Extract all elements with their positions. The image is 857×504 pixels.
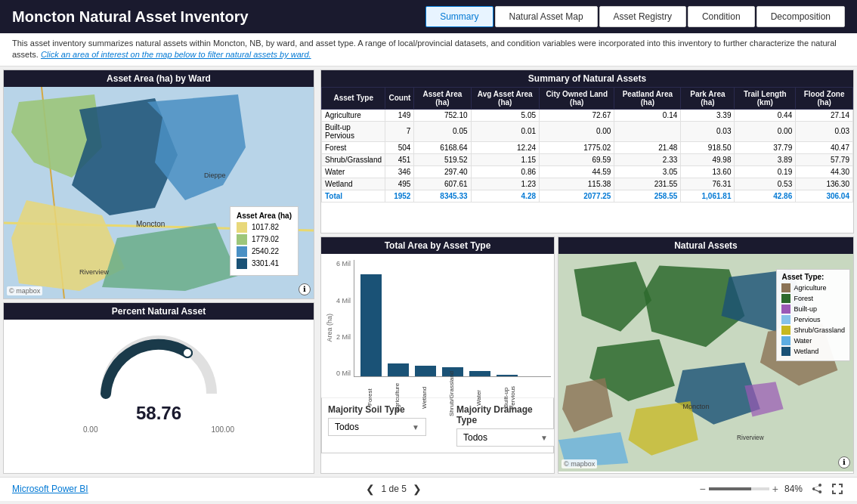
legend-item-4: 3301.41 (237, 258, 292, 269)
chart-title: Total Area by Asset Type (321, 237, 554, 254)
nav-tab-container: Summary Natural Asset Map Asset Registry… (425, 6, 845, 27)
table-row: Shrub/Grassland451519.521.1569.592.3349.… (322, 153, 853, 165)
share-icon[interactable] (809, 481, 824, 496)
zoom-plus-button[interactable]: + (772, 483, 778, 495)
map-info-button[interactable]: ℹ (299, 283, 311, 295)
footer: Microsoft Power BI ❮ 1 de 5 ❯ − + 84% (0, 477, 857, 501)
table-row: Built-up Pervious70.050.010.000.030.000.… (322, 121, 853, 141)
legend-builtup: Built-up (781, 305, 845, 314)
ward-map-container[interactable]: Moncton Dieppe Riverview Asset Area (ha)… (4, 87, 314, 298)
tab-condition[interactable]: Condition (688, 6, 755, 27)
natural-map-container[interactable]: Moncton Riverview Asset Type: Agricultur… (558, 254, 853, 471)
legend-item-3: 2540.22 (237, 246, 292, 257)
right-panel: Summary of Natural Assets Asset Type Cou… (317, 66, 857, 477)
table-row: Wetland495607.611.23115.38231.5576.310.5… (322, 178, 853, 190)
bar-builtup (497, 375, 518, 376)
tab-decomposition[interactable]: Decomposition (756, 6, 845, 27)
svg-text:Dieppe: Dieppe (204, 172, 226, 179)
next-page-button[interactable]: ❯ (413, 483, 422, 495)
description-bar: This asset inventory summarizes natural … (0, 33, 857, 66)
chart-container: Area (ha) 6 Mil 4 Mil 2 Mil 0 Mil (321, 254, 554, 397)
zoom-level: 84% (784, 484, 803, 494)
ward-map-title: Asset Area (ha) by Ward (4, 70, 314, 87)
app-title: Moncton Natural Asset Inventory (12, 8, 425, 26)
bar-forest (360, 274, 382, 376)
chart-section: Total Area by Asset Type Area (ha) 6 Mil… (320, 237, 555, 473)
legend-pervious: Pervious (781, 315, 845, 324)
col-avg-area: Avg Asset Area (ha) (471, 87, 540, 109)
powerbi-brand[interactable]: Microsoft Power BI (12, 484, 88, 494)
fullscreen-icon[interactable] (830, 481, 845, 496)
legend-item-2: 1779.02 (237, 234, 292, 245)
soil-type-select[interactable]: Todos ▼ (328, 418, 426, 436)
zoom-slider[interactable] (709, 487, 769, 490)
ward-map-legend: Asset Area (ha) 1017.82 1779.02 2540.22 (230, 206, 299, 276)
chart-bars-area (354, 260, 551, 377)
gauge-min: 0.00 (83, 425, 97, 434)
bar-agriculture (388, 363, 409, 376)
svg-text:Riverview: Riverview (737, 435, 764, 442)
natural-legend-title: Asset Type: (781, 273, 845, 281)
bar-wetland (415, 366, 436, 376)
gauge-labels: 0.00 100.00 (83, 425, 234, 434)
tab-summary[interactable]: Summary (425, 6, 493, 27)
ward-map-section: Asset Area (ha) by Ward (3, 70, 314, 299)
page-navigation: ❮ 1 de 5 ❯ (366, 483, 421, 495)
zoom-control: − + 84% (700, 483, 803, 495)
main-content: Asset Area (ha) by Ward (0, 66, 857, 477)
percent-title: Percent Natural Asset (4, 303, 314, 320)
drainage-type-select[interactable]: Todos ▼ (456, 428, 555, 447)
legend-wetland: Wetland (781, 347, 845, 356)
total-row: Total19528345.334.282077.25258.551,061.8… (322, 190, 853, 202)
summary-section: Summary of Natural Assets Asset Type Cou… (320, 70, 854, 234)
y-axis-label: Area (ha) (326, 314, 333, 342)
soil-type-chevron-icon: ▼ (412, 423, 419, 431)
gauge-max: 100.00 (211, 425, 234, 434)
legend-shrub: Shrub/Grassland (781, 326, 845, 335)
prev-page-button[interactable]: ❮ (366, 483, 375, 495)
legend-item-1: 1017.82 (237, 222, 292, 233)
gauge-container: 58.76 0.00 100.00 (4, 320, 314, 440)
col-peatland: Peatland Area (ha) (614, 87, 681, 109)
col-asset-type: Asset Type (322, 87, 385, 109)
table-row: Forest5046168.6412.241775.0221.48918.503… (322, 141, 853, 153)
tab-asset-registry[interactable]: Asset Registry (599, 6, 686, 27)
legend-water: Water (781, 336, 845, 345)
zoom-minus-button[interactable]: − (700, 483, 706, 495)
col-city-owned: City Owned Land (ha) (540, 87, 614, 109)
col-flood: Flood Zone (ha) (796, 87, 853, 109)
col-park: Park Area (ha) (681, 87, 735, 109)
svg-text:Moncton: Moncton (682, 404, 709, 411)
header: Moncton Natural Asset Inventory Summary … (0, 0, 857, 33)
bar-water (469, 371, 490, 376)
left-panel: Asset Area (ha) by Ward (0, 66, 317, 477)
natural-map-section: Natural Assets (558, 237, 854, 473)
col-count: Count (385, 87, 414, 109)
y-ticks: 6 Mil 4 Mil 2 Mil 0 Mil (336, 260, 354, 377)
percent-section: Percent Natural Asset 58.76 0.00 100.0 (3, 302, 314, 474)
col-trail: Trail Length (km) (735, 87, 796, 109)
gauge-value: 58.76 (136, 403, 181, 424)
summary-table: Asset Type Count Asset Area (ha) Avg Ass… (321, 87, 853, 203)
summary-title: Summary of Natural Assets (321, 70, 853, 87)
tab-natural-asset-map[interactable]: Natural Asset Map (495, 6, 598, 27)
natural-map-legend: Asset Type: Agriculture Forest Built-up (776, 269, 850, 361)
gauge-wrapper (91, 326, 227, 401)
col-asset-area: Asset Area (ha) (414, 87, 471, 109)
natural-map-info-button[interactable]: ℹ (838, 456, 850, 468)
gauge-svg (91, 326, 227, 401)
legend-agriculture: Agriculture (781, 283, 845, 292)
middle-section: Total Area by Asset Type Area (ha) 6 Mil… (320, 237, 854, 473)
footer-controls: − + 84% (700, 481, 845, 496)
svg-text:Moncton: Moncton (136, 220, 165, 228)
page-indicator: 1 de 5 (381, 484, 406, 494)
legend-label: Asset Area (ha) (237, 212, 292, 220)
svg-text:Riverview: Riverview (79, 268, 110, 276)
natural-mapbox-logo: © mapbox (562, 459, 597, 468)
natural-map-title: Natural Assets (558, 237, 853, 254)
legend-forest: Forest (781, 294, 845, 303)
drainage-type-chevron-icon: ▼ (540, 434, 548, 442)
footer-icons (809, 481, 845, 496)
filter-link[interactable]: Click an area of interest on the map bel… (41, 50, 311, 59)
svg-point-11 (183, 348, 192, 357)
